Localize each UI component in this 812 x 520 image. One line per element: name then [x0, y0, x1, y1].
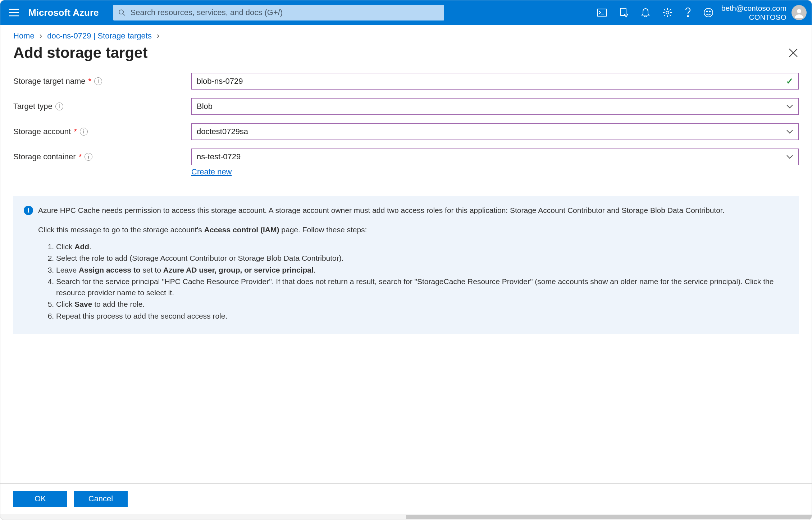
info-intro: Azure HPC Cache needs permission to acce… — [38, 205, 725, 216]
label-target-type: Target type — [13, 102, 53, 111]
row-storage-account: Storage account * i doctest0729sa — [13, 123, 799, 140]
avatar[interactable] — [792, 5, 807, 20]
label-storage-account: Storage account — [13, 127, 71, 136]
account-tenant: CONTOSO — [721, 13, 786, 22]
chevron-right-icon: › — [154, 31, 162, 40]
permission-info-box[interactable]: i Azure HPC Cache needs permission to ac… — [13, 196, 799, 334]
cancel-button[interactable]: Cancel — [74, 491, 128, 507]
notifications-icon[interactable] — [641, 8, 650, 18]
page-head: Add storage target — [0, 42, 812, 69]
storage-target-name-input[interactable]: blob-ns-0729 ✓ — [191, 73, 799, 90]
required-indicator: * — [88, 77, 92, 86]
info-steps-list: Click Add. Select the role to add (Stora… — [24, 241, 788, 321]
info-step-5: Click Save to add the role. — [56, 299, 788, 310]
info-step-1: Click Add. — [56, 241, 788, 252]
page-title: Add storage target — [13, 44, 147, 61]
info-icon[interactable]: i — [94, 77, 102, 85]
row-storage-container: Storage container * i ns-test-0729 Creat… — [13, 149, 799, 177]
feedback-icon[interactable] — [703, 8, 713, 18]
chevron-down-icon — [786, 129, 793, 134]
global-search-input[interactable]: Search resources, services, and docs (G+… — [113, 5, 444, 20]
svg-point-14 — [797, 9, 801, 13]
info-step-3: Leave Assign access to set to Azure AD u… — [56, 265, 788, 275]
label-storage-container: Storage container — [13, 152, 76, 161]
value-storage-account: doctest0729sa — [197, 127, 248, 136]
storage-account-select[interactable]: doctest0729sa — [191, 123, 799, 140]
required-indicator: * — [79, 152, 82, 161]
svg-point-3 — [119, 10, 123, 14]
ok-button[interactable]: OK — [13, 491, 67, 507]
info-icon[interactable]: i — [85, 153, 92, 161]
storage-container-select[interactable]: ns-test-0729 — [191, 149, 799, 165]
horizontal-scrollbar[interactable] — [0, 514, 812, 520]
validation-check-icon: ✓ — [786, 76, 793, 86]
svg-point-9 — [666, 11, 669, 14]
header-account[interactable]: beth@contoso.com CONTOSO — [721, 4, 792, 21]
target-type-select[interactable]: Blob — [191, 98, 799, 115]
close-button[interactable] — [788, 47, 799, 58]
svg-point-12 — [706, 11, 707, 12]
settings-gear-icon[interactable] — [662, 8, 672, 18]
footer-bar: OK Cancel — [0, 483, 812, 514]
help-icon[interactable] — [685, 8, 691, 18]
form-area: Storage target name * i blob-ns-0729 ✓ T… — [0, 69, 812, 483]
breadcrumb: Home › doc-ns-0729 | Storage targets › — [0, 25, 812, 42]
search-placeholder: Search resources, services, and docs (G+… — [131, 8, 283, 17]
svg-line-4 — [123, 14, 125, 15]
svg-rect-5 — [597, 9, 607, 16]
value-target-type: Blob — [197, 102, 213, 111]
directory-filter-icon[interactable] — [619, 8, 629, 18]
info-icon: i — [24, 206, 33, 215]
chevron-down-icon — [786, 104, 793, 109]
info-step-2: Select the role to add (Storage Account … — [56, 253, 788, 264]
info-step-4: Search for the service principal "HPC Ca… — [56, 276, 788, 298]
svg-point-10 — [687, 16, 688, 17]
hamburger-menu-button[interactable] — [3, 9, 25, 17]
required-indicator: * — [74, 127, 77, 136]
value-storage-container: ns-test-0729 — [197, 152, 241, 161]
header-icon-bar — [597, 8, 721, 18]
info-icon[interactable]: i — [80, 128, 88, 136]
search-icon — [118, 9, 126, 16]
info-icon[interactable]: i — [55, 102, 63, 110]
label-storage-target-name: Storage target name — [13, 77, 86, 86]
breadcrumb-resource[interactable]: doc-ns-0729 | Storage targets — [47, 31, 152, 40]
create-new-container-link[interactable]: Create new — [191, 167, 232, 177]
breadcrumb-home[interactable]: Home — [13, 31, 35, 40]
row-storage-target-name: Storage target name * i blob-ns-0729 ✓ — [13, 73, 799, 90]
svg-point-13 — [709, 11, 710, 12]
azure-brand[interactable]: Microsoft Azure — [25, 7, 110, 18]
info-step-6: Repeat this process to add the second ac… — [56, 311, 788, 321]
chevron-right-icon: › — [37, 31, 45, 40]
row-target-type: Target type i Blob — [13, 98, 799, 115]
account-email: beth@contoso.com — [721, 4, 786, 13]
chevron-down-icon — [786, 155, 793, 159]
top-header: Microsoft Azure Search resources, servic… — [0, 0, 812, 25]
svg-marker-8 — [624, 14, 628, 17]
svg-point-11 — [704, 8, 713, 17]
value-storage-target-name: blob-ns-0729 — [197, 77, 243, 86]
cloud-shell-icon[interactable] — [597, 8, 607, 17]
info-iam-line: Click this message to go to the storage … — [24, 224, 788, 235]
